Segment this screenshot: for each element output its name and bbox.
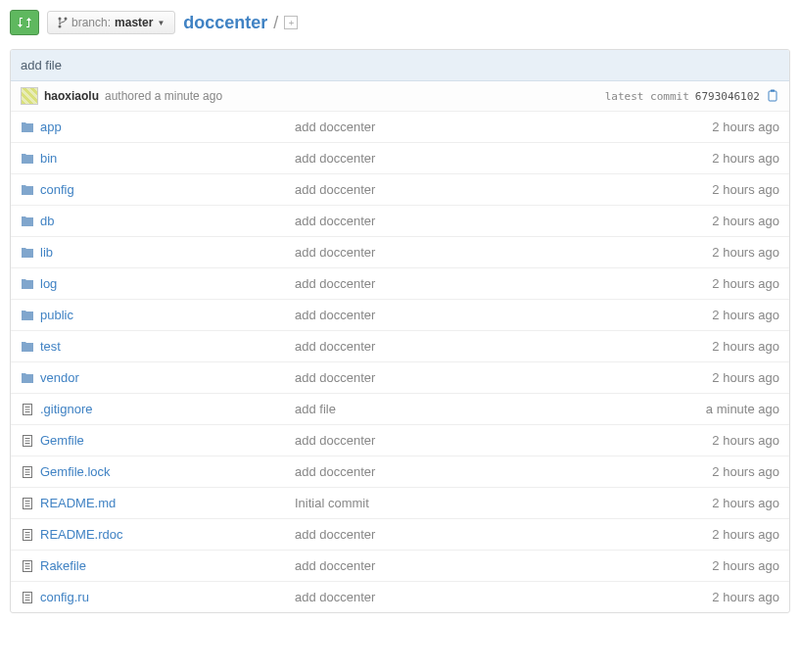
commit-message-cell[interactable]: add doccenter (295, 433, 662, 448)
repo-link[interactable]: doccenter (183, 13, 267, 33)
file-link[interactable]: .gitignore (40, 402, 92, 416)
commit-message-cell[interactable]: add doccenter (295, 590, 662, 604)
compare-button[interactable] (10, 10, 39, 35)
path-separator: / (273, 13, 278, 33)
commit-message-cell[interactable]: add doccenter (295, 464, 662, 479)
file-name-cell: README.md (40, 496, 295, 510)
commit-message-cell[interactable]: add file (295, 402, 662, 416)
commit-message-cell[interactable]: add doccenter (295, 214, 662, 228)
commit-message-cell[interactable]: add doccenter (295, 276, 662, 291)
commit-time-cell: 2 hours ago (662, 558, 779, 573)
file-link[interactable]: Rakefile (40, 558, 86, 573)
file-link[interactable]: Gemfile.lock (40, 464, 111, 479)
commit-time-cell: 2 hours ago (662, 214, 779, 228)
commit-message-cell[interactable]: add doccenter (295, 308, 662, 322)
file-name-cell: db (40, 214, 295, 228)
file-name-cell: Gemfile (40, 433, 295, 448)
branch-label: branch: (71, 16, 111, 29)
file-name-cell: log (40, 276, 295, 291)
folder-icon (21, 371, 40, 385)
file-name-cell: test (40, 339, 295, 354)
commit-time-cell: 2 hours ago (662, 245, 779, 260)
chevron-down-icon: ▼ (157, 19, 165, 27)
repo-header: branch: master ▼ doccenter / ＋ (10, 10, 790, 35)
commit-message-cell[interactable]: add doccenter (295, 120, 662, 134)
commit-sha-block: latest commit 6793046102 (605, 89, 779, 103)
file-icon (21, 559, 40, 573)
branch-selector[interactable]: branch: master ▼ (47, 11, 175, 34)
avatar (21, 87, 38, 105)
file-name-cell: config.ru (40, 590, 295, 604)
table-row: appadd doccenter2 hours ago (11, 112, 789, 143)
file-link[interactable]: Gemfile (40, 433, 84, 448)
table-row: Gemfile.lockadd doccenter2 hours ago (11, 456, 789, 488)
table-row: dbadd doccenter2 hours ago (11, 206, 789, 237)
folder-icon (21, 246, 40, 260)
table-row: libadd doccenter2 hours ago (11, 237, 789, 268)
folder-icon (21, 152, 40, 166)
commit-time-cell: 2 hours ago (662, 433, 779, 448)
table-row: testadd doccenter2 hours ago (11, 331, 789, 362)
commit-sha[interactable]: 6793046102 (695, 90, 760, 103)
file-link[interactable]: config (40, 182, 74, 197)
table-row: binadd doccenter2 hours ago (11, 143, 789, 174)
file-link[interactable]: vendor (40, 370, 79, 385)
commit-time-cell: 2 hours ago (662, 464, 779, 479)
commit-message-cell[interactable]: add doccenter (295, 370, 662, 385)
file-icon (21, 403, 40, 416)
commit-message-cell[interactable]: add doccenter (295, 245, 662, 260)
add-file-icon[interactable]: ＋ (284, 16, 298, 29)
file-link[interactable]: README.rdoc (40, 527, 123, 542)
commit-meta: haoxiaolu authored a minute ago latest c… (11, 81, 789, 112)
file-icon (21, 465, 40, 479)
branch-icon (58, 17, 68, 28)
folder-icon (21, 340, 40, 354)
svg-rect-4 (771, 90, 775, 92)
commit-message-cell[interactable]: add doccenter (295, 527, 662, 542)
file-link[interactable]: db (40, 214, 54, 228)
file-rows: appadd doccenter2 hours agobinadd doccen… (11, 112, 789, 612)
commit-time-cell: 2 hours ago (662, 308, 779, 322)
file-name-cell: bin (40, 151, 295, 166)
folder-icon (21, 120, 40, 134)
clipboard-icon[interactable] (766, 89, 779, 103)
commit-time-cell: 2 hours ago (662, 370, 779, 385)
file-icon (21, 528, 40, 542)
table-row: .gitignoreadd filea minute ago (11, 394, 789, 425)
commit-author[interactable]: haoxiaolu (44, 89, 99, 103)
commit-time-cell: a minute ago (662, 402, 779, 416)
file-link[interactable]: public (40, 308, 73, 322)
file-link[interactable]: lib (40, 245, 53, 260)
commit-message-cell[interactable]: Initial commit (295, 496, 662, 510)
commit-time-cell: 2 hours ago (662, 276, 779, 291)
commit-authored-time: authored a minute ago (105, 89, 222, 103)
commit-message-cell[interactable]: add doccenter (295, 182, 662, 197)
svg-rect-3 (769, 91, 776, 101)
latest-commit-message[interactable]: add file (11, 50, 789, 81)
file-listing: add file haoxiaolu authored a minute ago… (10, 49, 790, 613)
file-link[interactable]: bin (40, 151, 57, 166)
commit-message-cell[interactable]: add doccenter (295, 558, 662, 573)
file-name-cell: public (40, 308, 295, 322)
table-row: logadd doccenter2 hours ago (11, 268, 789, 300)
file-link[interactable]: log (40, 276, 57, 291)
file-icon (21, 434, 40, 448)
file-link[interactable]: README.md (40, 496, 116, 510)
file-name-cell: README.rdoc (40, 527, 295, 542)
table-row: Rakefileadd doccenter2 hours ago (11, 551, 789, 582)
file-link[interactable]: config.ru (40, 590, 89, 604)
file-name-cell: Rakefile (40, 558, 295, 573)
file-name-cell: config (40, 182, 295, 197)
branch-name: master (115, 16, 153, 29)
latest-commit-label: latest commit (605, 90, 689, 103)
file-name-cell: .gitignore (40, 402, 295, 416)
commit-time-cell: 2 hours ago (662, 120, 779, 134)
table-row: configadd doccenter2 hours ago (11, 174, 789, 206)
commit-message-cell[interactable]: add doccenter (295, 339, 662, 354)
file-link[interactable]: app (40, 120, 62, 134)
file-link[interactable]: test (40, 339, 61, 354)
file-icon (21, 497, 40, 510)
commit-time-cell: 2 hours ago (662, 151, 779, 166)
commit-time-cell: 2 hours ago (662, 496, 779, 510)
commit-message-cell[interactable]: add doccenter (295, 151, 662, 166)
